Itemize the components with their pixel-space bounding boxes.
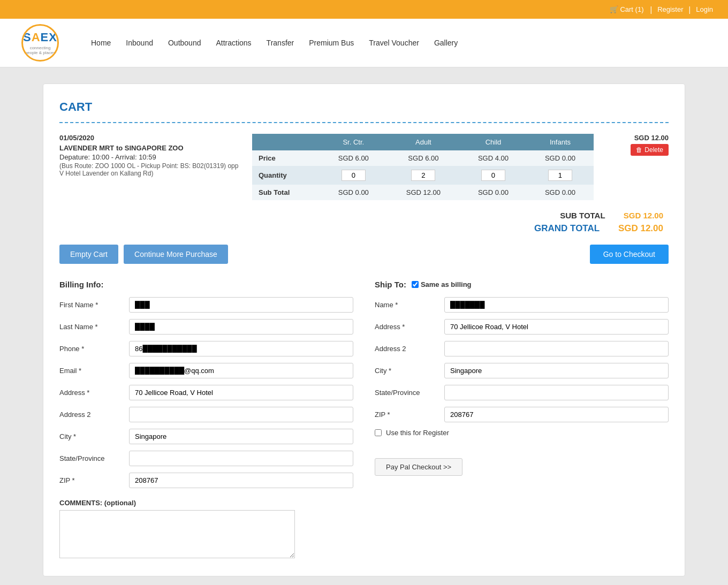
email-row: Email * xyxy=(59,363,353,378)
qty-infants-input[interactable] xyxy=(548,170,572,181)
address-row: Address * xyxy=(59,385,353,400)
cart-item-bus: (Bus Route: ZOO 1000 OL - Pickup Point: … xyxy=(59,162,241,177)
qty-srctr-input[interactable] xyxy=(342,170,366,181)
delete-button[interactable]: 🗑 Delete xyxy=(631,144,669,156)
subtotal-child: SGD 0.00 xyxy=(460,185,527,200)
register-row: Use this for Register xyxy=(375,429,669,437)
logo-area: SAEX connecting people & places xyxy=(21,24,59,62)
nav-gallery[interactable]: Gallery xyxy=(434,39,458,47)
comments-textarea[interactable] xyxy=(59,510,295,558)
ship-city-input[interactable] xyxy=(444,363,669,378)
delete-label: Delete xyxy=(644,146,663,154)
nav-inbound[interactable]: Inbound xyxy=(126,39,153,47)
ship-address2-row: Address 2 xyxy=(375,341,669,356)
price-srctr: SGD 6.00 xyxy=(320,150,387,166)
address2-row: Address 2 xyxy=(59,407,353,422)
city-label: City * xyxy=(59,432,129,440)
quantity-row: Quantity xyxy=(252,166,594,185)
ship-to-title: Ship To: Same as billing xyxy=(375,280,669,289)
ship-to-label: Ship To: xyxy=(375,280,406,289)
price-label: Price xyxy=(252,150,320,166)
empty-cart-button[interactable]: Empty Cart xyxy=(59,245,118,264)
ship-address2-input[interactable] xyxy=(444,341,669,356)
same-billing-text: Same as billing xyxy=(421,280,472,288)
use-for-register-label: Use this for Register xyxy=(386,429,449,437)
main-content: CART 01/05/2020 LAVENDER MRT to SINGAPOR… xyxy=(43,83,685,576)
col-header-label xyxy=(252,134,320,150)
email-label: Email * xyxy=(59,367,129,375)
ship-name-label: Name * xyxy=(375,301,444,309)
grand-total-value: SGD 12.00 xyxy=(618,223,663,233)
address2-label: Address 2 xyxy=(59,411,129,419)
price-child: SGD 4.00 xyxy=(460,150,527,166)
city-row: City * xyxy=(59,429,353,444)
ship-address-input[interactable] xyxy=(444,319,669,335)
main-nav: Home Inbound Outbound Attractions Transf… xyxy=(91,39,458,47)
address2-input[interactable] xyxy=(129,407,353,422)
qty-child-input[interactable] xyxy=(481,170,505,181)
state-row: State/Province xyxy=(59,451,353,466)
checkout-button[interactable]: Go to Checkout xyxy=(590,245,669,264)
col-header-adult: Adult xyxy=(387,134,460,150)
nav-home[interactable]: Home xyxy=(91,39,111,47)
col-header-infants: Infants xyxy=(527,134,594,150)
divider2: | xyxy=(689,5,691,14)
header: SAEX connecting people & places Home Inb… xyxy=(0,19,728,67)
logo-text: SAEX xyxy=(23,31,57,44)
nav-transfer[interactable]: Transfer xyxy=(267,39,294,47)
zip-label: ZIP * xyxy=(59,476,129,484)
subtotal-row: Sub Total SGD 0.00 SGD 12.00 SGD 0.00 SG… xyxy=(252,185,594,200)
cart-item-time: Depature: 10:00 - Arrival: 10:59 xyxy=(59,153,241,161)
phone-input[interactable] xyxy=(129,341,353,356)
nav-premium-bus[interactable]: Premium Bus xyxy=(309,39,354,47)
nav-attractions[interactable]: Attractions xyxy=(216,39,251,47)
price-adult: SGD 6.00 xyxy=(387,150,460,166)
zip-input[interactable] xyxy=(129,473,353,488)
col-header-srctr: Sr. Ctr. xyxy=(320,134,387,150)
cart-divider xyxy=(59,122,669,123)
last-name-input[interactable] xyxy=(129,319,353,335)
ship-zip-row: ZIP * xyxy=(375,407,669,422)
action-buttons-left: Empty Cart Continue More Purchase xyxy=(59,245,228,264)
continue-purchase-button[interactable]: Continue More Purchase xyxy=(124,245,228,264)
ship-state-input[interactable] xyxy=(444,385,669,400)
cart-item-date: 01/05/2020 xyxy=(59,134,241,142)
qty-adult-cell[interactable] xyxy=(387,166,460,185)
totals-section: SUB TOTAL SGD 12.00 GRAND TOTAL SGD 12.0… xyxy=(59,211,669,234)
login-button[interactable]: Login xyxy=(692,3,717,16)
nav-travel-voucher[interactable]: Travel Voucher xyxy=(369,39,419,47)
price-infants: SGD 0.00 xyxy=(527,150,594,166)
qty-child-cell[interactable] xyxy=(460,166,527,185)
paypal-section: Pay Pal Checkout >> xyxy=(375,458,669,476)
ship-address-label: Address * xyxy=(375,323,444,331)
action-buttons: Empty Cart Continue More Purchase Go to … xyxy=(59,245,669,264)
use-for-register-checkbox[interactable] xyxy=(375,429,382,436)
qty-adult-input[interactable] xyxy=(411,170,435,181)
qty-infants-cell[interactable] xyxy=(527,166,594,185)
billing-shipping-section: Billing Info: First Name * Last Name * P… xyxy=(59,280,669,560)
paypal-button[interactable]: Pay Pal Checkout >> xyxy=(375,458,462,476)
phone-row: Phone * xyxy=(59,341,353,356)
cart-button[interactable]: 🛒 Cart (1) xyxy=(604,3,649,16)
register-button[interactable]: Register xyxy=(653,3,687,16)
zip-row: ZIP * xyxy=(59,473,353,488)
cart-item-info: 01/05/2020 LAVENDER MRT to SINGAPORE ZOO… xyxy=(59,134,241,177)
logo-tagline: connecting people & places xyxy=(23,45,57,55)
nav-outbound[interactable]: Outbound xyxy=(168,39,201,47)
divider: | xyxy=(650,5,652,14)
email-input[interactable] xyxy=(129,363,353,378)
qty-srctr-cell[interactable] xyxy=(320,166,387,185)
ship-state-label: State/Province xyxy=(375,389,444,397)
ship-name-input[interactable] xyxy=(444,297,669,313)
sub-total-value: SGD 12.00 xyxy=(624,211,663,220)
trash-icon: 🗑 xyxy=(636,146,642,154)
address-input[interactable] xyxy=(129,385,353,400)
same-billing-checkbox[interactable] xyxy=(412,281,419,288)
comments-label: COMMENTS: (optional) xyxy=(59,499,353,507)
ship-state-row: State/Province xyxy=(375,385,669,400)
ship-address-row: Address * xyxy=(375,319,669,335)
first-name-input[interactable] xyxy=(129,297,353,313)
city-input[interactable] xyxy=(129,429,353,444)
ship-zip-input[interactable] xyxy=(444,407,669,422)
state-input[interactable] xyxy=(129,451,353,466)
